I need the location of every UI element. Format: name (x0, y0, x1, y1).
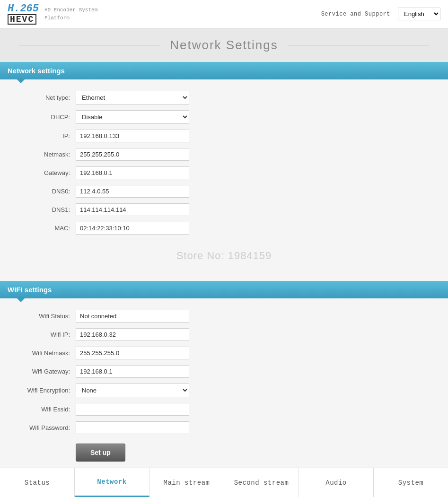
ip-row: IP: (9, 130, 439, 142)
wifi-essid-label: Wifi Essid: (9, 406, 76, 413)
wifi-ip-label: Wifi IP: (9, 331, 76, 338)
store-watermark: Store No: 1984159 (9, 240, 439, 267)
dhcp-row: DHCP: Disable Enable (9, 110, 439, 124)
wifi-encryption-label: Wifi Encryption: (9, 387, 76, 394)
dhcp-select[interactable]: Disable Enable (76, 110, 189, 124)
service-support-text: Service and Support (321, 11, 390, 17)
setup-button[interactable]: Set up (76, 444, 125, 462)
nav-system[interactable]: System (374, 468, 448, 497)
language-select[interactable]: English Chinese (398, 8, 440, 20)
wifi-essid-input[interactable] (76, 403, 189, 416)
title-bar-left (19, 45, 160, 45)
page-title-bar: Network Settings (0, 28, 448, 62)
wifi-gateway-label: Wifi Gateway: (9, 368, 76, 375)
wifi-section-header: WIFI settings (0, 281, 448, 298)
logo-hevc: HEVC (8, 14, 36, 25)
logo-h265: H.265 (8, 4, 39, 14)
net-type-label: Net type: (9, 94, 76, 101)
wifi-password-label: Wifi Password: (9, 424, 76, 431)
wifi-gateway-row: Wifi Gateway: (9, 365, 439, 378)
bottom-nav: Status Network Main stream Second stream… (0, 468, 448, 497)
dhcp-label: DHCP: (9, 113, 76, 121)
mac-label: MAC: (9, 225, 76, 232)
mac-row: MAC: (9, 222, 439, 235)
nav-second-stream[interactable]: Second stream (224, 468, 299, 497)
wifi-netmask-label: Wifi Netmask: (9, 349, 76, 357)
nav-status[interactable]: Status (0, 468, 75, 497)
wifi-gateway-input[interactable] (76, 365, 189, 378)
wifi-status-input[interactable] (76, 310, 189, 323)
network-section-header: Network settings (0, 62, 448, 79)
network-section: Network settings Net type: Ethernet WiFi… (0, 62, 448, 281)
net-type-select[interactable]: Ethernet WiFi (76, 91, 189, 105)
network-section-title: Network settings (8, 67, 65, 75)
wifi-encryption-row: Wifi Encryption: None WEP WPA WPA2 (9, 384, 439, 397)
scroll-area: Network Settings Network settings Net ty… (0, 28, 448, 497)
title-bar-right (288, 45, 429, 45)
mac-input[interactable] (76, 222, 189, 235)
nav-network[interactable]: Network (75, 468, 149, 497)
dns0-input[interactable] (76, 185, 189, 198)
netmask-label: Netmask: (9, 151, 76, 158)
dns1-input[interactable] (76, 203, 189, 216)
nav-main-stream[interactable]: Main stream (149, 468, 224, 497)
header-right: Service and Support English Chinese (321, 8, 440, 20)
nav-audio[interactable]: Audio (299, 468, 374, 497)
ip-label: IP: (9, 132, 76, 140)
wifi-encryption-select[interactable]: None WEP WPA WPA2 (76, 384, 189, 397)
wifi-form: Wifi Status: Wifi IP: Wifi Netmask: Wifi… (0, 298, 448, 481)
wifi-netmask-input[interactable] (76, 347, 189, 359)
gateway-row: Gateway: (9, 166, 439, 179)
wifi-section-title: WIFI settings (8, 286, 52, 294)
net-type-row: Net type: Ethernet WiFi (9, 91, 439, 105)
logo-area: H.265 HEVC HD Encoder System Platform (8, 4, 97, 25)
setup-row: Set up (9, 440, 439, 462)
header: H.265 HEVC HD Encoder System Platform Se… (0, 0, 448, 28)
gateway-label: Gateway: (9, 169, 76, 176)
wifi-essid-row: Wifi Essid: (9, 403, 439, 416)
logo-mark: H.265 HEVC (8, 4, 39, 25)
network-form: Net type: Ethernet WiFi DHCP: Disable En… (0, 79, 448, 281)
dns1-row: DNS1: (9, 203, 439, 216)
wifi-ip-input[interactable] (76, 328, 189, 341)
wifi-ip-row: Wifi IP: (9, 328, 439, 341)
page-title: Network Settings (160, 38, 288, 52)
gateway-input[interactable] (76, 166, 189, 179)
dns0-row: DNS0: (9, 185, 439, 198)
netmask-row: Netmask: (9, 148, 439, 161)
dns1-label: DNS1: (9, 206, 76, 213)
wifi-status-row: Wifi Status: (9, 310, 439, 323)
wifi-netmask-row: Wifi Netmask: (9, 347, 439, 359)
wifi-section: WIFI settings Wifi Status: Wifi IP: Wifi… (0, 281, 448, 481)
netmask-input[interactable] (76, 148, 189, 161)
ip-input[interactable] (76, 130, 189, 142)
wifi-password-input[interactable] (76, 421, 189, 434)
wifi-password-row: Wifi Password: (9, 421, 439, 434)
logo-subtitle: HD Encoder System Platform (44, 6, 97, 22)
dns0-label: DNS0: (9, 188, 76, 195)
wifi-status-label: Wifi Status: (9, 313, 76, 320)
